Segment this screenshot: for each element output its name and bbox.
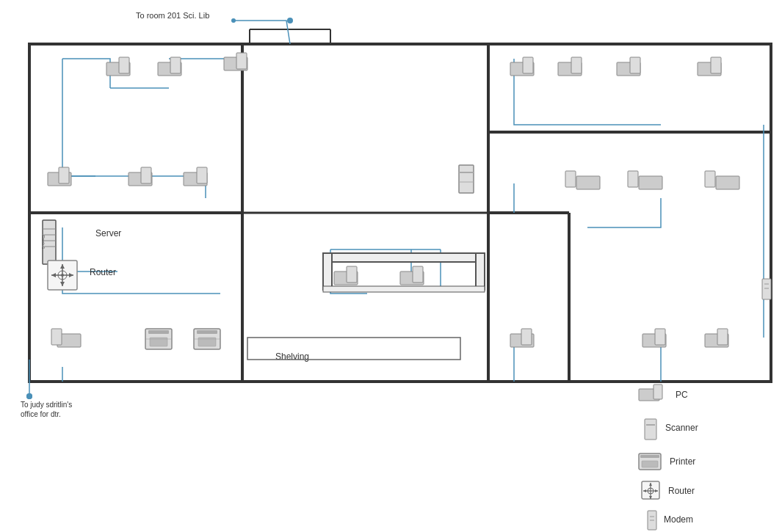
- svg-rect-35: [523, 57, 533, 73]
- svg-rect-59: [51, 329, 62, 345]
- svg-rect-65: [197, 330, 217, 334]
- svg-rect-51: [413, 266, 423, 283]
- legend-scanner-label: Scanner: [665, 423, 698, 433]
- svg-rect-41: [711, 57, 721, 73]
- svg-point-21: [287, 18, 293, 23]
- svg-rect-33: [197, 167, 207, 183]
- svg-rect-31: [141, 167, 151, 183]
- svg-rect-49: [347, 266, 357, 283]
- svg-rect-25: [170, 57, 181, 73]
- svg-rect-43: [565, 171, 576, 187]
- shelving-label: Shelving: [275, 351, 309, 362]
- svg-rect-89: [323, 286, 485, 292]
- svg-rect-29: [59, 167, 69, 183]
- to-judy-label: To judy sdritlin's: [21, 401, 72, 409]
- svg-point-81: [61, 274, 64, 277]
- svg-rect-47: [705, 171, 715, 187]
- legend-printer-label: Printer: [670, 456, 695, 467]
- to-judy-label-2: office for dtr.: [21, 410, 61, 418]
- svg-rect-86: [323, 253, 485, 262]
- svg-rect-98: [640, 455, 659, 458]
- svg-rect-45: [628, 171, 638, 187]
- svg-rect-53: [521, 329, 532, 345]
- server-label: Server: [95, 228, 121, 238]
- svg-rect-42: [576, 176, 600, 189]
- svg-rect-44: [639, 176, 662, 189]
- svg-text:Rack-1: Rack-1: [41, 235, 46, 249]
- modem-device: [762, 279, 771, 299]
- svg-rect-99: [642, 461, 658, 467]
- svg-rect-46: [716, 176, 739, 189]
- router-device: [48, 260, 77, 290]
- router-label: Router: [90, 267, 116, 277]
- svg-rect-95: [645, 419, 656, 440]
- svg-rect-0: [0, 0, 782, 532]
- printer-device-2: [194, 329, 220, 349]
- svg-rect-39: [630, 57, 640, 73]
- svg-rect-55: [655, 329, 665, 345]
- svg-rect-87: [323, 253, 332, 290]
- to-room-label: To room 201 Sci. Lib: [136, 11, 209, 20]
- svg-point-91: [26, 393, 32, 399]
- svg-rect-68: [459, 165, 474, 193]
- svg-rect-111: [762, 279, 771, 299]
- scanner-device: [459, 165, 474, 193]
- svg-point-90: [231, 18, 236, 23]
- server-rack: Rack-1: [41, 220, 56, 264]
- legend-router-label: Router: [668, 486, 695, 496]
- svg-rect-94: [654, 385, 662, 399]
- legend-pc-label: PC: [676, 390, 688, 400]
- svg-rect-37: [571, 57, 582, 73]
- svg-rect-23: [119, 57, 129, 73]
- printer-device: [145, 329, 172, 349]
- svg-rect-88: [476, 253, 485, 290]
- legend-modem-label: Modem: [664, 514, 693, 525]
- svg-rect-57: [717, 329, 728, 345]
- svg-rect-61: [148, 330, 169, 334]
- svg-rect-27: [236, 53, 247, 69]
